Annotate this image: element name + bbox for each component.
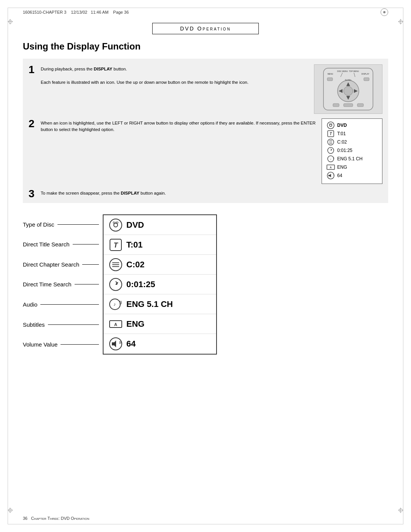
step-3-number: 3 [29, 189, 37, 199]
svg-text:DISPLAY: DISPLAY [362, 73, 370, 75]
small-display-panel: DVD DVD T T:01 [322, 118, 382, 184]
large-row-volume: )) 64 [104, 334, 216, 354]
label-line-chapter-search [82, 264, 99, 265]
svg-text:♪: ♪ [330, 158, 331, 160]
small-icon-dvd: DVD [327, 122, 335, 129]
small-icon-chapter [327, 139, 335, 145]
label-audio: Audio [23, 301, 37, 308]
corner-mark-tr [398, 19, 403, 24]
svg-text:A: A [114, 322, 117, 327]
small-display-row-volume: )) 64 [327, 172, 378, 179]
svg-text:TOP MENU: TOP MENU [349, 70, 359, 72]
label-line-volume [61, 344, 99, 345]
small-icon-volume: )) [327, 172, 335, 179]
label-subtitles: Subtitles [23, 321, 45, 328]
svg-rect-18 [357, 104, 363, 107]
step-1-number: 1 [29, 64, 37, 75]
corner-mark-bl [8, 508, 13, 513]
large-value-volume: 64 [126, 339, 135, 349]
small-value-title: T:01 [337, 131, 346, 136]
small-value-time: 0:01:25 [337, 148, 352, 153]
label-volume: Volume Value [23, 341, 57, 348]
label-chapter-search: Direct Chapter Search [23, 261, 79, 268]
small-icon-subtitle: A [327, 164, 335, 171]
label-time-search: Direct Time Search [23, 281, 72, 288]
step-3: 3 To make the screen disappear, press th… [29, 189, 382, 199]
diagram-section: Type of Disc Direct Title Search Direct … [23, 214, 388, 355]
large-row-chapter: C:02 [104, 255, 216, 275]
large-icon-time [109, 278, 123, 291]
small-display-row-subtitle: A ENG [327, 164, 378, 171]
large-icon-title: T [109, 238, 123, 252]
label-line-type-of-disc [57, 224, 99, 225]
large-icon-audio: ♪ )) [109, 297, 123, 311]
small-display-row-dvd: DVD DVD [327, 122, 378, 129]
svg-rect-16 [333, 104, 339, 107]
small-icon-audio: ♪ )) [327, 155, 335, 162]
svg-text:SLOW+: SLOW+ [345, 79, 352, 81]
doc-id: 16061510-CHAPTER 3 [23, 10, 66, 14]
svg-text:T: T [330, 132, 332, 136]
label-line-subtitles [48, 324, 99, 325]
large-icon-volume: )) [109, 337, 123, 351]
diagram-label-subtitles: Subtitles [23, 315, 99, 334]
diagram-label-type-of-disc: Type of Disc [23, 214, 99, 234]
small-value-dvd: DVD [337, 123, 347, 128]
large-value-dvd: DVD [126, 220, 144, 230]
small-display-row-time: 0:01:25 [327, 147, 378, 154]
diagram-label-volume: Volume Value [23, 335, 99, 355]
header-doc-info: 16061510-CHAPTER 3 12/13/02 11:46 AM Pag… [23, 10, 129, 14]
diagram-label-audio: Audio [23, 295, 99, 315]
large-display-panel: DVD DVD T T:01 [103, 214, 217, 355]
small-value-audio: ENG 5.1 CH [337, 156, 363, 161]
footer-page-number: 36 [23, 516, 27, 521]
svg-text:♪: ♪ [113, 302, 116, 307]
label-line-audio [40, 304, 99, 305]
diagram-labels: Type of Disc Direct Title Search Direct … [23, 214, 103, 355]
header-date: 12/13/02 [71, 10, 88, 14]
section-header-box: DVD Operation [152, 23, 259, 34]
step-1-image: MENU DISC MENU TOP MENU DISPLAY [314, 64, 382, 114]
large-icon-subtitle: A [109, 317, 123, 331]
large-value-time: 0:01:25 [126, 280, 155, 289]
step-2-text: When an icon is highlighted, use the LEF… [41, 118, 318, 133]
svg-text:MENU: MENU [328, 73, 333, 75]
svg-rect-17 [344, 104, 353, 107]
svg-text:T: T [114, 241, 119, 249]
small-icon-time [327, 147, 335, 154]
small-value-chapter: C:02 [337, 139, 347, 145]
svg-text:)): )) [333, 174, 335, 176]
page-header: 16061510-CHAPTER 3 12/13/02 11:46 AM Pag… [23, 8, 388, 16]
diagram-label-chapter-search: Direct Chapter Search [23, 254, 99, 274]
step-1: 1 During playback, press the DISPLAY but… [29, 64, 382, 114]
svg-text:DISC MENU: DISC MENU [337, 70, 348, 72]
large-row-subtitle: A ENG [104, 314, 216, 334]
corner-mark-br [398, 508, 403, 513]
header-time: 11:46 AM [91, 10, 108, 14]
svg-text:)): )) [119, 340, 121, 344]
steps-area: 1 During playback, press the DISPLAY but… [23, 59, 388, 203]
step-2-number: 2 [29, 118, 37, 129]
header-registration-mark [381, 8, 388, 16]
page-title: Using the Display Function [23, 41, 388, 52]
svg-point-38 [110, 219, 122, 231]
small-display-row-title: T T:01 [327, 130, 378, 137]
label-title-search: Direct Title Search [23, 241, 70, 248]
svg-marker-55 [112, 340, 116, 347]
page-footer: 36 Chapter Three: DVD Operation [23, 516, 388, 521]
corner-mark-tl [8, 19, 13, 24]
step-3-text: To make the screen disappear, press the … [41, 189, 382, 197]
large-icon-dvd: DVD [109, 218, 123, 232]
svg-marker-36 [328, 174, 331, 177]
footer-chapter-text: Chapter Three: DVD Operation [31, 516, 89, 521]
svg-text:)): )) [333, 157, 335, 159]
small-value-subtitle: ENG [337, 165, 347, 170]
large-value-subtitle: ENG [126, 319, 145, 329]
large-row-title: T T:01 [104, 235, 216, 255]
large-value-audio: ENG 5.1 CH [126, 299, 173, 309]
large-row-audio: ♪ )) ENG 5.1 CH [104, 294, 216, 314]
svg-text:)): )) [119, 300, 122, 304]
svg-text:A: A [330, 166, 331, 169]
svg-rect-15 [364, 78, 369, 81]
small-value-volume: 64 [337, 173, 342, 178]
